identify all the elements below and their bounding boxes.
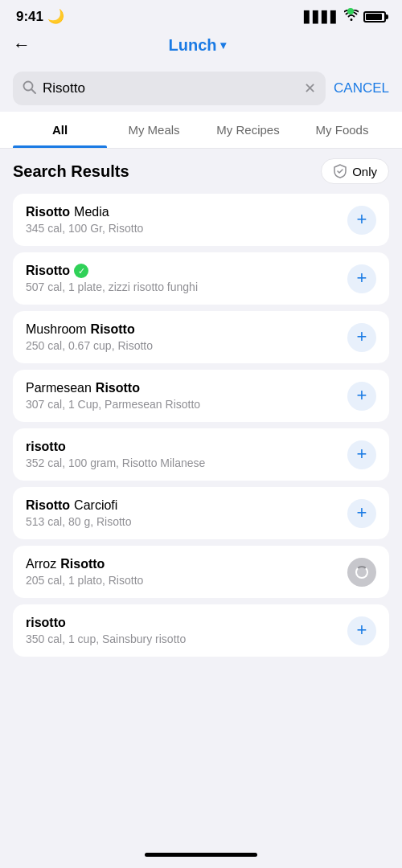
dropdown-arrow-icon[interactable]: ▾ [220,39,226,51]
result-meta: 352 cal, 100 gram, Risotto Milanese [26,457,339,469]
add-result-button[interactable]: + [347,382,376,411]
content: Search Results Only Risotto Media 345 ca… [0,149,402,703]
header-title: Lunch ▾ [39,36,355,55]
result-info: Risotto Carciofi 513 cal, 80 g, Risotto [26,498,347,528]
verified-only-button[interactable]: Only [321,158,389,184]
results-title: Search Results [13,162,129,181]
result-info: Risotto Media 345 cal, 100 Gr, Risotto [26,205,347,235]
battery-icon [363,11,386,23]
tab-my-meals[interactable]: My Meals [107,112,201,148]
add-result-button[interactable]: + [347,440,376,469]
result-name: Parmesean Risotto [26,381,339,395]
result-name: Mushroom Risotto [26,322,339,337]
search-area: ✕ CANCEL [0,65,402,112]
result-name-bold: Risotto [26,264,70,278]
result-name-bold: Risotto [26,498,70,513]
result-meta: 507 cal, 1 plate, zizzi risotto funghi [26,280,339,293]
add-result-button[interactable]: + [347,499,376,528]
plus-icon: + [357,387,367,404]
result-info: risotto 350 cal, 1 cup, Sainsbury risott… [26,616,347,645]
result-name-normal: Media [74,205,109,219]
bottom-bar [0,841,402,868]
status-icons: ▋▋▋▋ [304,10,386,23]
result-card: risotto 350 cal, 1 cup, Sainsbury risott… [13,604,389,657]
result-meta: 513 cal, 80 g, Risotto [26,515,339,528]
result-info: Arroz Risotto 205 cal, 1 plato, Risotto [26,557,347,587]
result-info: Risotto✓ 507 cal, 1 plate, zizzi risotto… [26,264,347,293]
add-result-button[interactable] [347,558,376,587]
plus-icon: + [357,211,367,228]
result-name-normal: Mushroom [26,322,87,337]
result-meta: 307 cal, 1 Cup, Parmesean Risotto [26,398,339,411]
home-indicator [145,853,257,857]
verified-badge: ✓ [74,264,88,278]
search-box: ✕ [13,72,326,105]
svg-line-1 [31,89,35,93]
tab-my-foods[interactable]: My Foods [295,112,389,148]
result-name-bold: Risotto [26,205,70,219]
result-name-bold: risotto [26,616,66,630]
add-result-button[interactable]: + [347,616,376,645]
add-result-button[interactable]: + [347,323,376,352]
result-name-normal: Parmesean [26,381,92,395]
result-meta: 345 cal, 100 Gr, Risotto [26,222,339,235]
add-result-button[interactable]: + [347,264,376,293]
result-card: Risotto Media 345 cal, 100 Gr, Risotto + [13,194,389,246]
result-name-bold: Risotto [60,557,105,571]
result-name: Risotto Media [26,205,339,219]
cancel-button[interactable]: CANCEL [334,80,389,96]
result-name: Arroz Risotto [26,557,339,571]
tab-my-recipes[interactable]: My Recipes [201,112,295,148]
result-meta: 205 cal, 1 plato, Risotto [26,574,339,587]
loading-spinner-icon [355,566,368,579]
result-name-normal: Arroz [26,557,56,571]
search-icon [23,80,36,97]
result-meta: 350 cal, 1 cup, Sainsbury risotto [26,633,339,645]
plus-icon: + [357,504,367,522]
result-name-bold: Risotto [96,381,140,395]
results-header: Search Results Only [13,158,389,184]
plus-icon: + [357,445,367,463]
only-label: Only [352,165,377,178]
green-dot [347,8,354,14]
result-name: Risotto✓ [26,264,339,278]
result-name: Risotto Carciofi [26,498,339,513]
plus-icon: + [357,621,367,639]
result-card: Arroz Risotto 205 cal, 1 plato, Risotto [13,546,389,598]
header: ← Lunch ▾ [0,28,402,65]
clear-search-button[interactable]: ✕ [304,80,316,97]
signal-icon: ▋▋▋▋ [304,10,339,23]
shield-icon [333,164,347,178]
status-bar: 9:41 🌙 ▋▋▋▋ [0,0,402,28]
result-name-bold: Risotto [91,322,135,337]
result-card: Risotto✓ 507 cal, 1 plate, zizzi risotto… [13,252,389,305]
add-result-button[interactable]: + [347,206,376,235]
result-info: Parmesean Risotto 307 cal, 1 Cup, Parmes… [26,381,347,411]
search-input[interactable] [43,80,297,96]
result-name: risotto [26,616,339,630]
result-info: Mushroom Risotto 250 cal, 0.67 cup, Riso… [26,322,347,352]
back-button[interactable]: ← [13,35,39,55]
result-name-bold: risotto [26,440,66,454]
result-name-normal: Carciofi [74,498,117,513]
result-name: risotto [26,440,339,454]
result-meta: 250 cal, 0.67 cup, Risotto [26,339,339,352]
results-list: Risotto Media 345 cal, 100 Gr, Risotto +… [13,194,389,657]
tab-all[interactable]: All [13,112,107,148]
plus-icon: + [357,328,367,346]
result-card: Risotto Carciofi 513 cal, 80 g, Risotto … [13,487,389,539]
result-card: risotto 352 cal, 100 gram, Risotto Milan… [13,428,389,481]
meal-type-label: Lunch [169,36,217,55]
result-card: Mushroom Risotto 250 cal, 0.67 cup, Riso… [13,311,389,363]
status-time: 9:41 🌙 [16,8,64,25]
plus-icon: + [357,269,367,287]
result-info: risotto 352 cal, 100 gram, Risotto Milan… [26,440,347,469]
tabs: All My Meals My Recipes My Foods [0,112,402,149]
result-card: Parmesean Risotto 307 cal, 1 Cup, Parmes… [13,370,389,422]
